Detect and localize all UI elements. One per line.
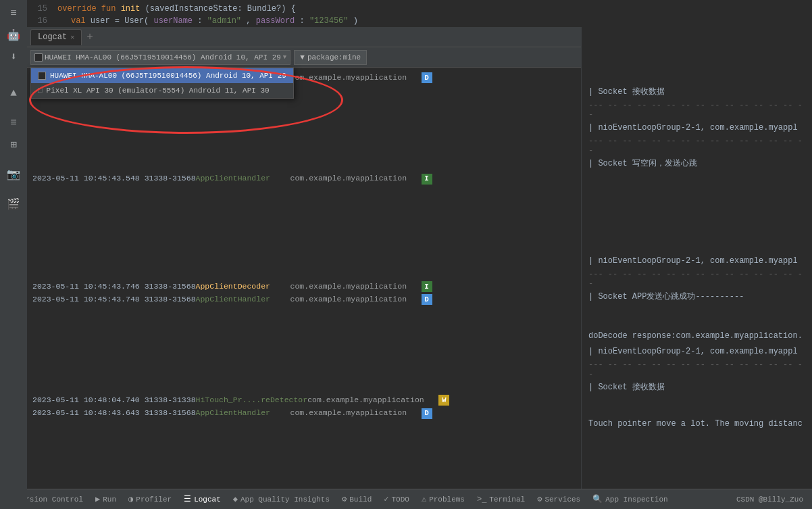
item0-checkbox	[38, 72, 46, 80]
log-level-badge: D	[422, 294, 432, 305]
code-area: 15 override fun init (savedInstanceState…	[27, 0, 812, 27]
table-row[interactable]: 2023-05-11 10:48:04.740 31338-31338 HiTo…	[27, 393, 581, 406]
log-timestamp: 2023-05-11 10:48:43.643 31338-31568	[32, 407, 196, 418]
log-level-badge: I	[422, 174, 432, 185]
list-item: | Socket APP发送心跳成功----------	[582, 289, 812, 305]
camera-icon[interactable]: 📷	[3, 164, 24, 185]
log-timestamp: 2023-05-11 10:45:43.746 31338-31568	[32, 281, 196, 292]
table-row[interactable]: 2023-05-11 10:45:43.748 31338-31568 AppC…	[27, 293, 581, 306]
terminal-label: Terminal	[489, 495, 525, 504]
app-inspection-icon: 🔍	[592, 494, 603, 504]
log-package: com.example.myapplication	[290, 72, 419, 83]
dropdown-item-1[interactable]: □ Pixel XL API 30 (emulator-5554) Androi…	[31, 83, 293, 98]
log-package: com.example.myapplication	[307, 394, 436, 406]
list-item: --- -- -- -- -- -- -- -- -- -- -- -- -- …	[582, 100, 812, 120]
add-tab-button[interactable]: +	[83, 31, 97, 43]
list-item: | Socket 接收数据	[582, 84, 812, 100]
list-item: | nioEventLoopGroup-2-1, com.example.mya…	[582, 253, 812, 269]
logcat-container: Logcat ✕ + HUAWEI HMA-AL00 (66J5T1951001…	[27, 27, 581, 489]
item1-label: Pixel XL API 30 (emulator-5554) Android …	[47, 87, 270, 95]
services-label: Services	[544, 495, 580, 504]
status-services[interactable]: ⚙ Services	[532, 490, 586, 509]
status-problems[interactable]: ⚠ Problems	[416, 490, 470, 509]
status-build[interactable]: ⚙ Build	[336, 490, 377, 509]
todo-icon: ✓	[384, 494, 388, 504]
table-row[interactable]: 2023-05-11 10:45:43.746 31338-31568 AppC…	[27, 280, 581, 293]
tab-bar: Logcat ✕ +	[27, 27, 581, 47]
log-package: com.example.myapplication	[290, 293, 419, 305]
status-profiler[interactable]: ◑ Profiler	[123, 490, 177, 509]
log-tag[interactable]: HiTouch_Pr....reDetector	[196, 394, 308, 406]
list-item: doDecode response:com.example.myapplicat…	[582, 329, 812, 344]
logcat-label: Logcat	[194, 495, 221, 504]
services-icon: ⚙	[537, 494, 542, 504]
structure-icon[interactable]: ≡	[3, 3, 24, 24]
app-inspection-label: App Inspection	[605, 495, 667, 504]
run-icon: ▶	[95, 494, 100, 504]
table-row[interactable]: 2023-05-11 10:48:43.643 31338-31568 AppC…	[27, 406, 581, 419]
device-bar: HUAWEI HMA-AL00 (66J5T19510014456) Andro…	[27, 47, 581, 68]
build-label: Build	[349, 495, 372, 504]
device-dropdown: HUAWEI HMA-AL00 (66J5T19510014456) Andro…	[30, 68, 294, 99]
download-icon[interactable]: ⬇	[3, 47, 24, 67]
todo-label: TODO	[391, 495, 409, 504]
log-timestamp: 2023-05-11 10:48:04.740 31338-31338	[32, 394, 196, 406]
lines-icon[interactable]: ≡	[3, 113, 24, 133]
status-app-inspection[interactable]: 🔍 App Inspection	[587, 490, 673, 509]
video-icon[interactable]: 🎬	[3, 194, 24, 214]
build-icon: ⚙	[342, 494, 347, 504]
run-label: Run	[103, 495, 116, 504]
app-quality-icon: ◆	[233, 494, 238, 504]
logcat-icon: ☰	[184, 494, 191, 504]
csdn-credit: CSDN @Billy_Zuo	[731, 490, 809, 509]
profiler-icon: ◑	[128, 494, 133, 504]
log-package: com.example.myapplication	[290, 281, 419, 292]
log-timestamp: 2023-05-11 10:45:43.748 31338-31568	[32, 293, 196, 305]
log-timestamp: 2023-05-11 10:45:43.548 31338-31568	[32, 172, 196, 184]
status-terminal[interactable]: >_ Terminal	[472, 490, 530, 509]
status-todo[interactable]: ✓ TODO	[378, 490, 415, 509]
list-item: --- -- -- -- -- -- -- -- -- -- -- -- -- …	[582, 269, 812, 289]
list-item: | Socket 写空闲，发送心跳	[582, 156, 812, 172]
status-run[interactable]: ▶ Run	[90, 490, 122, 509]
list-icon[interactable]: ⊞	[3, 135, 24, 155]
log-tag[interactable]: AppClientHandler	[196, 293, 290, 305]
tab-logcat[interactable]: Logcat ✕	[30, 29, 82, 45]
app-quality-label: App Quality Insights	[240, 495, 330, 504]
filter-label: package:mine	[307, 53, 361, 62]
log-content[interactable]: 2023-05-11 10:45:43.542 31338-31568 AppC…	[27, 68, 581, 487]
device-checkbox	[34, 53, 43, 62]
device-selector[interactable]: HUAWEI HMA-AL00 (66J5T19510014456) Andro…	[30, 50, 290, 65]
selected-device-label: HUAWEI HMA-AL00 (66J5T19510014456) Andro…	[45, 53, 281, 62]
list-item: --- -- -- -- -- -- -- -- -- -- -- -- -- …	[582, 360, 812, 380]
csdn-label: CSDN @Billy_Zuo	[736, 495, 803, 504]
up-icon[interactable]: ▲	[3, 83, 24, 103]
problems-icon: ⚠	[422, 494, 426, 504]
terminal-icon: >_	[477, 495, 486, 504]
log-package: com.example.myapplication	[290, 172, 419, 184]
log-tag[interactable]: AppClientDecoder	[196, 281, 290, 292]
list-item: Touch pointer move a lot. The moving dis…	[582, 416, 812, 432]
log-spacer-2	[27, 185, 581, 280]
filter-icon: ▼	[300, 53, 305, 62]
profiler-label: Profiler	[136, 495, 172, 504]
dropdown-arrow-icon: ▼	[283, 54, 286, 61]
list-item: --- -- -- -- -- -- -- -- -- -- -- -- -- …	[582, 136, 812, 156]
list-item: | Socket 接收数据	[582, 380, 812, 395]
tab-logcat-label: Logcat	[38, 32, 67, 42]
filter-button[interactable]: ▼ package:mine	[294, 50, 367, 65]
status-app-quality[interactable]: ◆ App Quality Insights	[228, 490, 335, 509]
log-level-badge: W	[438, 395, 449, 406]
log-level-badge: D	[422, 408, 432, 419]
tab-close-icon[interactable]: ✕	[70, 33, 74, 41]
android-icon[interactable]: 🤖	[3, 25, 24, 45]
dropdown-item-0[interactable]: HUAWEI HMA-AL00 (66J5T19510014456) Andro…	[31, 68, 293, 83]
status-logcat[interactable]: ☰ Logcat	[178, 490, 226, 509]
problems-label: Problems	[429, 495, 465, 504]
right-panel: | Socket 接收数据 --- -- -- -- -- -- -- -- -…	[581, 27, 812, 489]
log-tag[interactable]: AppClientHandler	[196, 172, 290, 184]
table-row[interactable]: 2023-05-11 10:45:43.548 31338-31568 AppC…	[27, 172, 581, 185]
log-spacer-3	[27, 306, 581, 393]
emulator-icon: □	[38, 87, 43, 95]
log-tag[interactable]: AppClientHandler	[196, 407, 290, 418]
